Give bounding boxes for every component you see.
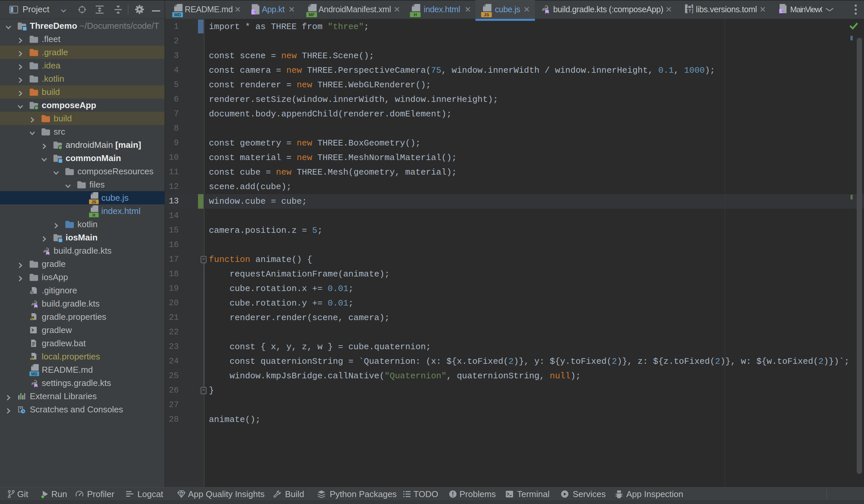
svg-text:JS: JS bbox=[91, 200, 96, 205]
svg-text:MD: MD bbox=[174, 12, 181, 17]
svg-text:JS: JS bbox=[484, 12, 489, 17]
svg-text:[T]: [T] bbox=[686, 9, 694, 14]
svg-text:MD: MD bbox=[31, 372, 37, 376]
svg-text:H: H bbox=[92, 213, 95, 218]
svg-text:H: H bbox=[414, 12, 417, 17]
svg-text:MF: MF bbox=[309, 12, 315, 17]
